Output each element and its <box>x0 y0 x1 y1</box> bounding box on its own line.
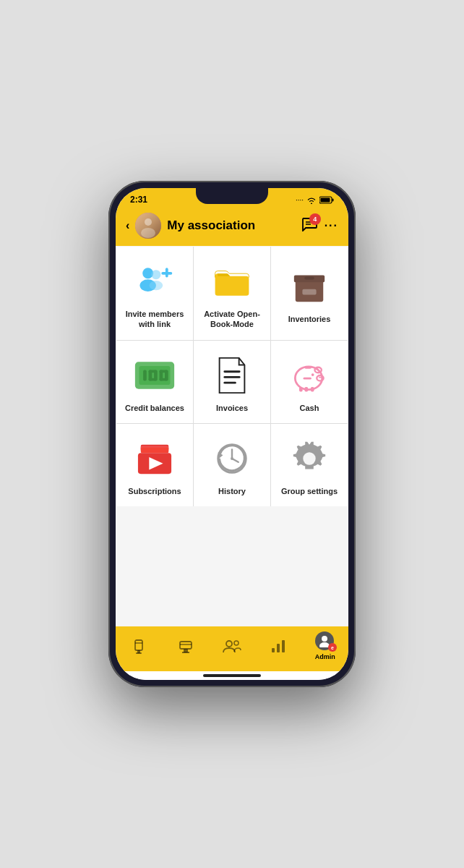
credit-icon <box>133 354 176 397</box>
invoices-label: Invoices <box>216 403 248 413</box>
invoices-icon <box>210 354 254 397</box>
more-button[interactable]: ··· <box>325 219 338 232</box>
phone-screen: 2:31 ···· ‹ <box>116 188 348 680</box>
svg-rect-18 <box>304 277 314 280</box>
grid-item-inventories[interactable]: Inventories <box>271 247 348 340</box>
grid-item-invoices[interactable]: Invoices <box>194 341 270 423</box>
settings-icon <box>288 437 331 480</box>
svg-point-37 <box>319 376 320 378</box>
home-bar <box>203 674 261 677</box>
avatar <box>135 213 161 239</box>
svg-rect-40 <box>304 386 308 391</box>
battery-icon <box>319 196 334 204</box>
svg-rect-66 <box>282 640 285 652</box>
nav-item-members[interactable] <box>209 638 255 654</box>
inventories-label: Inventories <box>288 314 331 324</box>
svg-rect-39 <box>299 386 303 391</box>
nav-item-admin[interactable]: e Admin <box>302 631 348 660</box>
svg-rect-65 <box>277 644 280 652</box>
admin-label: Admin <box>315 653 335 660</box>
notification-badge: 4 <box>309 213 321 225</box>
grid-item-cash[interactable]: Cash <box>271 341 348 423</box>
svg-point-5 <box>145 218 152 226</box>
svg-rect-25 <box>154 370 158 380</box>
admin-icon-container: e <box>315 631 335 652</box>
nav-item-drinks[interactable] <box>116 637 162 655</box>
page-title: My association <box>167 218 295 233</box>
svg-rect-30 <box>223 370 240 373</box>
invite-members-label: Invite members with link <box>122 309 187 330</box>
grid-item-history[interactable]: History <box>194 424 270 506</box>
wifi-icon <box>306 196 317 204</box>
cash-label: Cash <box>300 403 319 413</box>
grid-item-subscriptions[interactable]: Subscriptions <box>116 424 193 506</box>
avatar-image <box>135 213 161 239</box>
invite-members-icon <box>133 260 176 303</box>
svg-point-11 <box>151 270 160 279</box>
inventories-icon <box>288 265 331 308</box>
header: ‹ <box>116 208 348 246</box>
svg-rect-17 <box>302 289 316 295</box>
status-time: 2:31 <box>130 195 147 205</box>
food-icon <box>178 637 194 655</box>
svg-point-54 <box>303 452 315 464</box>
stats-icon <box>270 638 286 654</box>
header-actions: 4 ··· <box>301 217 338 234</box>
history-label: History <box>218 486 246 496</box>
home-indicator <box>116 671 348 680</box>
open-book-label: Activate Open-Book-Mode <box>199 309 265 330</box>
svg-rect-64 <box>272 648 275 652</box>
svg-rect-31 <box>223 376 240 378</box>
status-icons: ···· <box>296 196 334 204</box>
svg-point-35 <box>312 373 314 376</box>
svg-rect-57 <box>136 652 142 654</box>
svg-rect-55 <box>135 640 142 650</box>
svg-rect-14 <box>161 272 172 275</box>
members-icon <box>223 638 241 654</box>
main-content: Invite members with link <box>116 246 348 626</box>
svg-rect-58 <box>180 642 192 649</box>
history-icon <box>210 437 254 480</box>
svg-rect-29 <box>165 370 168 380</box>
svg-point-53 <box>231 457 233 460</box>
drinks-icon <box>131 637 147 655</box>
svg-rect-43 <box>304 377 312 379</box>
svg-rect-1 <box>332 198 334 201</box>
settings-label: Group settings <box>281 486 338 496</box>
grid-item-settings[interactable]: Group settings <box>271 424 348 506</box>
open-book-icon <box>210 260 254 303</box>
svg-point-67 <box>322 636 327 642</box>
notch <box>196 188 268 204</box>
phone-frame: 2:31 ···· ‹ <box>108 181 356 687</box>
grid-item-invite-members[interactable]: Invite members with link <box>116 247 193 340</box>
subscriptions-label: Subscriptions <box>128 486 181 496</box>
signal-dots-icon: ···· <box>296 196 304 204</box>
cash-icon <box>288 354 331 397</box>
svg-point-38 <box>320 376 322 378</box>
svg-point-63 <box>234 641 239 645</box>
grid-item-open-book[interactable]: Activate Open-Book-Mode <box>194 247 270 340</box>
svg-rect-32 <box>223 381 236 383</box>
grid-item-credit[interactable]: Credit balances <box>116 341 193 423</box>
svg-rect-42 <box>304 366 311 368</box>
credit-label: Credit balances <box>125 403 184 413</box>
svg-rect-41 <box>311 386 314 391</box>
back-button[interactable]: ‹ <box>126 219 129 232</box>
nav-item-stats[interactable] <box>255 638 301 654</box>
svg-point-12 <box>150 281 163 290</box>
svg-text:e: e <box>331 645 334 650</box>
svg-point-6 <box>141 228 155 238</box>
subscriptions-icon <box>133 437 176 480</box>
menu-grid: Invite members with link <box>116 247 348 506</box>
notification-button[interactable]: 4 <box>301 217 317 234</box>
svg-point-62 <box>226 641 232 647</box>
svg-rect-21 <box>143 370 147 380</box>
svg-rect-46 <box>141 448 168 454</box>
nav-item-food[interactable] <box>162 637 208 655</box>
bottom-nav: e Admin <box>116 626 348 671</box>
admin-badge: e <box>328 643 337 652</box>
svg-rect-2 <box>321 197 330 202</box>
